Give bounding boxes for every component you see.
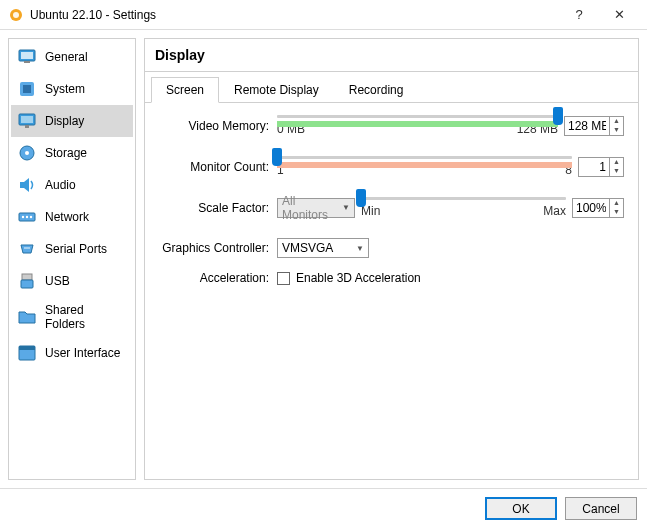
spin-up-icon[interactable]: ▲ xyxy=(610,158,623,167)
storage-icon xyxy=(17,143,37,163)
sidebar-item-serial[interactable]: Serial Ports xyxy=(11,233,133,265)
svg-rect-9 xyxy=(25,125,29,128)
monitor-count-spinner[interactable]: ▲▼ xyxy=(578,157,624,177)
titlebar: Ubuntu 22.10 - Settings ? ✕ xyxy=(0,0,647,30)
app-icon xyxy=(8,7,24,23)
video-memory-value[interactable] xyxy=(565,119,609,133)
spin-up-icon[interactable]: ▲ xyxy=(610,199,623,208)
sidebar-item-storage[interactable]: Storage xyxy=(11,137,133,169)
svg-rect-21 xyxy=(22,274,32,280)
row-monitor-count: Monitor Count: 1 8 ▲▼ xyxy=(159,156,624,177)
monitor-count-label: Monitor Count: xyxy=(159,160,277,174)
svg-rect-22 xyxy=(21,280,33,288)
video-memory-label: Video Memory: xyxy=(159,119,277,133)
monitor-count-value[interactable] xyxy=(579,160,609,174)
row-graphics-controller: Graphics Controller: VMSVGA ▼ xyxy=(159,238,624,258)
spin-up-icon[interactable]: ▲ xyxy=(610,117,623,126)
network-icon xyxy=(17,207,37,227)
scale-factor-slider[interactable]: Min Max xyxy=(361,197,566,218)
sidebar-label: System xyxy=(45,82,85,96)
svg-point-11 xyxy=(25,151,29,155)
general-icon xyxy=(17,47,37,67)
spin-down-icon[interactable]: ▼ xyxy=(610,167,623,176)
svg-marker-12 xyxy=(20,178,29,192)
help-button[interactable]: ? xyxy=(559,7,599,22)
sidebar-label: USB xyxy=(45,274,70,288)
scale-factor-label: Scale Factor: xyxy=(159,201,277,215)
svg-rect-24 xyxy=(19,346,35,350)
ui-icon xyxy=(17,343,37,363)
spin-down-icon[interactable]: ▼ xyxy=(610,208,623,217)
sidebar-item-system[interactable]: System xyxy=(11,73,133,105)
svg-point-18 xyxy=(24,247,26,249)
sidebar-label: Storage xyxy=(45,146,87,160)
sidebar-item-usb[interactable]: USB xyxy=(11,265,133,297)
sidebar-item-shared[interactable]: Shared Folders xyxy=(11,297,133,337)
sidebar-label: Display xyxy=(45,114,84,128)
close-button[interactable]: ✕ xyxy=(599,7,639,22)
sidebar-label: Audio xyxy=(45,178,76,192)
scale-factor-spinner[interactable]: ▲▼ xyxy=(572,198,624,218)
tab-recording[interactable]: Recording xyxy=(334,77,419,103)
svg-marker-17 xyxy=(21,245,33,253)
graphics-controller-label: Graphics Controller: xyxy=(159,241,277,255)
sidebar-label: Serial Ports xyxy=(45,242,107,256)
usb-icon xyxy=(17,271,37,291)
row-video-memory: Video Memory: 0 MB 128 MB ▲▼ xyxy=(159,115,624,136)
footer: OK Cancel xyxy=(0,488,647,528)
svg-rect-3 xyxy=(21,52,33,59)
sidebar-item-network[interactable]: Network xyxy=(11,201,133,233)
sidebar-label: General xyxy=(45,50,88,64)
video-memory-spinner[interactable]: ▲▼ xyxy=(564,116,624,136)
svg-point-1 xyxy=(13,12,19,18)
sidebar-item-display[interactable]: Display xyxy=(11,105,133,137)
enable-3d-checkbox[interactable] xyxy=(277,272,290,285)
gc-value: VMSVGA xyxy=(282,241,350,255)
sf-max-label: Max xyxy=(543,204,566,218)
tabs: Screen Remote Display Recording xyxy=(145,76,638,103)
sidebar: General System Display Storage Audio Net… xyxy=(8,38,136,480)
svg-rect-8 xyxy=(21,116,33,123)
monitor-count-slider[interactable]: 1 8 xyxy=(277,156,572,177)
window-title: Ubuntu 22.10 - Settings xyxy=(30,8,559,22)
folder-icon xyxy=(17,307,37,327)
svg-point-19 xyxy=(26,247,28,249)
sidebar-item-ui[interactable]: User Interface xyxy=(11,337,133,369)
chevron-down-icon: ▼ xyxy=(342,203,350,212)
sidebar-item-audio[interactable]: Audio xyxy=(11,169,133,201)
tab-screen[interactable]: Screen xyxy=(151,77,219,103)
row-acceleration: Acceleration: Enable 3D Acceleration xyxy=(159,268,624,288)
sidebar-label: Network xyxy=(45,210,89,224)
cancel-button[interactable]: Cancel xyxy=(565,497,637,520)
page-title: Display xyxy=(145,39,638,72)
row-scale-factor: Scale Factor: All Monitors ▼ Min Max xyxy=(159,197,624,218)
acceleration-label: Acceleration: xyxy=(159,271,277,285)
ok-button[interactable]: OK xyxy=(485,497,557,520)
spin-down-icon[interactable]: ▼ xyxy=(610,126,623,135)
svg-rect-4 xyxy=(24,61,30,63)
chevron-down-icon: ▼ xyxy=(356,244,364,253)
tab-remote-display[interactable]: Remote Display xyxy=(219,77,334,103)
sidebar-label: Shared Folders xyxy=(45,303,127,331)
serial-icon xyxy=(17,239,37,259)
sidebar-item-general[interactable]: General xyxy=(11,41,133,73)
video-memory-slider[interactable]: 0 MB 128 MB xyxy=(277,115,558,136)
svg-rect-6 xyxy=(23,85,31,93)
enable-3d-label: Enable 3D Acceleration xyxy=(296,271,421,285)
svg-point-20 xyxy=(28,247,30,249)
main-panel: Display Screen Remote Display Recording … xyxy=(144,38,639,480)
scale-monitor-combo[interactable]: All Monitors ▼ xyxy=(277,198,355,218)
scale-factor-value[interactable] xyxy=(573,201,609,215)
form: Video Memory: 0 MB 128 MB ▲▼ xyxy=(145,103,638,310)
display-icon xyxy=(17,111,37,131)
audio-icon xyxy=(17,175,37,195)
scale-combo-value: All Monitors xyxy=(282,194,336,222)
svg-point-14 xyxy=(22,216,24,218)
system-icon xyxy=(17,79,37,99)
content: General System Display Storage Audio Net… xyxy=(0,30,647,488)
graphics-controller-combo[interactable]: VMSVGA ▼ xyxy=(277,238,369,258)
svg-point-15 xyxy=(26,216,28,218)
svg-point-16 xyxy=(30,216,32,218)
sidebar-label: User Interface xyxy=(45,346,120,360)
